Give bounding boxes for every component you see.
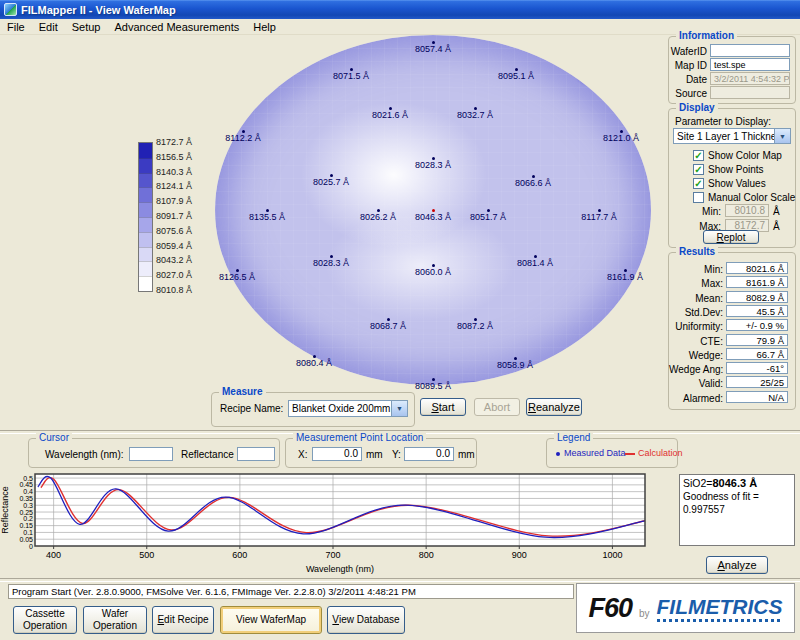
information-caption: Information (676, 30, 737, 41)
abort-button[interactable]: Abort (474, 398, 520, 416)
wafer-point-value: 8126.5 Å (219, 272, 255, 282)
checkbox-show-values[interactable]: ✓Show Values (693, 177, 766, 189)
cassette-operation-button[interactable]: CassetteOperation (13, 606, 77, 634)
y-tick-label: 0.4 (23, 488, 33, 495)
wafer-point-value: 8028.3 Å (313, 258, 349, 268)
color-scale-label: 8075.6 Å (156, 226, 192, 236)
parameter-dropdown[interactable]: Site 1 Layer 1 Thickness ▼ (673, 128, 791, 144)
max-unit: Å (773, 221, 780, 232)
result-label-min: Min: (669, 264, 723, 275)
reanalyze-button[interactable]: Reanalyze (526, 398, 582, 416)
wafer-point-value: 8028.3 Å (415, 160, 451, 170)
x-tick-label: 800 (419, 550, 434, 560)
recipe-dropdown[interactable]: Blanket Oxide 200mm ▼ (288, 400, 408, 417)
view-database-button[interactable]: View Database (327, 606, 405, 634)
analyze-button[interactable]: Analyze (706, 556, 768, 574)
wafer-point-value: 8025.7 Å (313, 177, 349, 187)
display-group: Display Parameter to Display: Site 1 Lay… (668, 108, 796, 248)
color-scale-label: 8107.9 Å (156, 196, 192, 206)
result-field-max: 8161.9 Å (726, 276, 788, 288)
fit-thickness-line: SiO2=8046.3 Å (683, 477, 791, 490)
x-field[interactable]: 0.0 (312, 447, 362, 461)
wafer-point-value: 8121.0 Å (603, 133, 639, 143)
info-field-date[interactable]: 3/2/2011 4:54:32 PM (710, 72, 790, 85)
fit-result-box: SiO2=8046.3 Å Goodness of fit = 0.997557 (679, 474, 795, 546)
view-wafermap-button[interactable]: View WaferMap (220, 606, 322, 634)
checkbox-label: Show Values (708, 178, 766, 189)
checkbox-show-color-map[interactable]: ✓Show Color Map (693, 149, 782, 161)
recipe-name-label: Recipe Name: (220, 403, 283, 414)
y-tick-label: 0.05 (19, 536, 33, 543)
wafer-point-value: 8068.7 Å (370, 321, 406, 331)
info-field-map-id[interactable]: test.spe (710, 58, 790, 71)
info-field-source[interactable] (710, 86, 790, 99)
menu-item-setup[interactable]: Setup (65, 20, 108, 34)
parameter-to-display-label: Parameter to Display: (675, 116, 771, 127)
menu-item-advanced-measurements[interactable]: Advanced Measurements (107, 20, 246, 34)
mpl-caption: Measurement Point Location (293, 432, 426, 443)
color-scale-label: 8124.1 Å (156, 181, 192, 191)
y-label: Y: (392, 449, 401, 460)
wafer-point-value: 8081.4 Å (517, 258, 553, 268)
start-button[interactable]: Start (420, 398, 466, 416)
y-tick-label: 0.35 (19, 495, 33, 502)
color-scale-segment (139, 158, 152, 173)
edit-recipe-button[interactable]: Edit Recipe (152, 606, 214, 634)
info-label-map-id: Map ID (669, 60, 707, 71)
wafer-point-value: 8089.5 Å (415, 381, 451, 391)
result-label-uniformity: Uniformity: (669, 321, 723, 332)
goodness-of-fit-line: Goodness of fit = 0.997557 (683, 490, 791, 516)
min-field[interactable]: 8010.8 (725, 204, 769, 217)
result-label-wedge: Wedge: (669, 350, 723, 361)
color-scale-label: 8059.4 Å (156, 241, 192, 251)
recipe-dropdown-value: Blanket Oxide 200mm (289, 403, 391, 414)
spectrum-chart[interactable]: 00.050.10.150.20.250.30.350.40.450.54005… (0, 470, 680, 577)
wafer-point-value: 8117.7 Å (581, 212, 616, 222)
checkbox-show-points[interactable]: ✓Show Points (693, 163, 764, 175)
logo-by: by (639, 608, 650, 619)
result-label-stddev: Std.Dev: (669, 307, 723, 318)
color-scale-segment (139, 217, 152, 232)
info-label-date: Date (669, 74, 707, 85)
wafer-point-value: 8032.7 Å (457, 110, 493, 120)
wafer-point-value: 8021.6 Å (372, 110, 408, 120)
color-scale-segment (139, 187, 152, 202)
color-scale-segment (139, 261, 152, 276)
wafer-operation-button[interactable]: WaferOperation (83, 606, 147, 634)
wafer-point-value: 8135.5 Å (249, 212, 285, 222)
color-scale-label: 8091.7 Å (156, 211, 192, 221)
window-title: FILMapper II - View WaferMap (21, 4, 176, 16)
information-group: Information WaferIDMap IDtest.speDate3/2… (668, 36, 796, 104)
checkbox-box: ✓ (693, 178, 704, 189)
result-field-cte: 79.9 Å (726, 334, 788, 346)
measure-caption: Measure (219, 386, 266, 397)
menu-item-file[interactable]: File (0, 20, 32, 34)
color-scale-label: 8140.3 Å (156, 167, 192, 177)
y-tick-label: 0.1 (23, 529, 33, 536)
x-unit: mm (366, 449, 383, 460)
checkbox-manual-color-scale[interactable]: Manual Color Scale (693, 191, 795, 203)
wavelength-field[interactable] (129, 447, 173, 461)
wafer-point-value: 8060.0 Å (415, 267, 451, 277)
menu-item-edit[interactable]: Edit (32, 20, 65, 34)
color-scale-label: 8043.2 Å (156, 255, 192, 265)
title-bar[interactable]: FILMapper II - View WaferMap (0, 0, 800, 19)
logo-dotted-underline (657, 619, 783, 622)
replot-button[interactable]: Replot (703, 230, 759, 244)
reflectance-field[interactable] (237, 447, 275, 461)
divider-lower (0, 578, 800, 582)
menu-item-help[interactable]: Help (246, 20, 283, 34)
x-tick-label: 400 (46, 550, 61, 560)
color-scale-segment (139, 247, 152, 262)
parameter-dropdown-arrow-icon[interactable]: ▼ (774, 129, 790, 143)
color-scale-label: 8010.8 Å (156, 285, 192, 295)
cursor-group: Cursor Wavelength (nm): Reflectance (28, 438, 280, 468)
info-field-waferid[interactable] (710, 44, 790, 57)
y-field[interactable]: 0.0 (404, 447, 454, 461)
y-tick-label: 0.15 (19, 522, 33, 529)
x-tick-label: 700 (325, 550, 340, 560)
recipe-dropdown-arrow-icon[interactable]: ▼ (391, 401, 407, 416)
logo-f60: F60 (588, 593, 632, 624)
result-field-min: 8021.6 Å (726, 262, 788, 274)
wafer-point-value: 8051.7 Å (470, 212, 506, 222)
